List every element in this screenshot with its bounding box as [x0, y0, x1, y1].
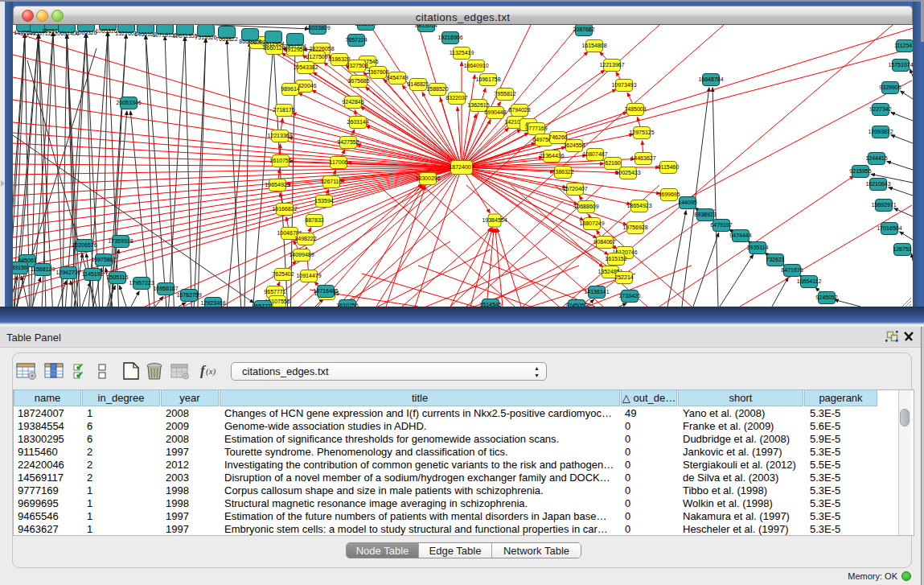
svg-text:12975125: 12975125: [629, 130, 654, 135]
svg-text:16782759: 16782759: [176, 292, 201, 298]
svg-text:10543382: 10543382: [293, 64, 318, 70]
svg-text:2935114: 2935114: [747, 245, 769, 250]
svg-text:3624554: 3624554: [563, 142, 585, 148]
svg-text:252214: 252214: [614, 274, 633, 280]
svg-text:17359938: 17359938: [108, 238, 133, 244]
svg-text:9084067: 9084067: [593, 239, 615, 245]
svg-text:15692971: 15692971: [871, 202, 896, 208]
svg-text:7663822: 7663822: [216, 36, 237, 42]
svg-text:16648784: 16648784: [698, 76, 723, 82]
svg-text:9115460: 9115460: [658, 164, 680, 170]
svg-text:18654923: 18654923: [626, 203, 651, 208]
svg-text:1112541: 1112541: [894, 43, 913, 48]
svg-text:19384554: 19384554: [482, 217, 507, 223]
svg-text:10671355: 10671355: [172, 33, 197, 39]
svg-text:7857224: 7857224: [284, 43, 306, 49]
svg-text:18300295: 18300295: [415, 175, 440, 181]
svg-text:7955812: 7955812: [494, 91, 515, 97]
svg-text:20053346: 20053346: [116, 100, 141, 105]
svg-text:1610755: 1610755: [269, 158, 291, 163]
svg-text:14136141: 14136141: [584, 289, 609, 295]
svg-text:9427552: 9427552: [337, 139, 359, 145]
svg-text:62160: 62160: [605, 160, 621, 166]
svg-text:19218906: 19218906: [437, 35, 462, 40]
svg-text:12942737: 12942737: [55, 270, 80, 275]
svg-text:9699695: 9699695: [658, 192, 680, 197]
svg-text:144095: 144095: [678, 200, 696, 205]
svg-text:8813014: 8813014: [355, 25, 376, 27]
svg-text:1065326: 1065326: [75, 30, 97, 35]
svg-text:11568129: 11568129: [31, 266, 55, 272]
svg-text:12093872: 12093872: [868, 129, 893, 134]
svg-text:10958187: 10958187: [153, 286, 178, 291]
svg-text:3498222: 3498222: [294, 236, 316, 241]
svg-text:9245052: 9245052: [815, 295, 837, 300]
svg-text:10025433: 10025433: [615, 170, 640, 175]
svg-text:2087682: 2087682: [573, 27, 594, 32]
svg-text:989614: 989614: [281, 86, 299, 92]
svg-text:8454749: 8454749: [386, 75, 408, 80]
svg-text:✔: ✔: [76, 369, 84, 381]
svg-text:15751074: 15751074: [888, 62, 913, 68]
svg-text:10973493: 10973493: [611, 82, 636, 88]
svg-text:17957223: 17957223: [129, 280, 154, 286]
svg-text:39159: 39159: [13, 265, 27, 270]
svg-text:8660124: 8660124: [239, 39, 261, 44]
svg-text:10914479: 10914479: [296, 273, 321, 278]
svg-text:10807487: 10807487: [582, 151, 607, 157]
svg-text:6479197: 6479197: [710, 222, 732, 228]
svg-text:19166822: 19166822: [272, 206, 297, 212]
svg-text:7386322: 7386322: [552, 169, 573, 175]
svg-text:126753: 126753: [893, 246, 911, 252]
svg-text:12213369: 12213369: [267, 133, 292, 138]
svg-text:1733426: 1733426: [618, 293, 640, 299]
svg-text:15720407: 15720407: [562, 186, 587, 192]
svg-text:1244415: 1244415: [865, 155, 887, 161]
svg-text:(x): (x): [206, 366, 216, 377]
svg-text:8471676: 8471676: [781, 267, 803, 273]
svg-text:7625402: 7625402: [272, 271, 294, 277]
svg-text:17016504: 17016504: [877, 225, 901, 231]
svg-text:18640910: 18640910: [463, 63, 488, 68]
svg-text:8322037: 8322037: [446, 95, 467, 101]
svg-text:9215955: 9215955: [849, 168, 871, 174]
svg-text:16210643: 16210643: [865, 181, 890, 187]
svg-text:16154808: 16154808: [581, 43, 606, 48]
svg-text:9327508: 9327508: [346, 63, 368, 68]
svg-text:13716485: 13716485: [313, 288, 338, 294]
svg-text:6794028: 6794028: [508, 107, 530, 113]
svg-text:3267110: 3267110: [321, 179, 343, 184]
svg-text:1588520: 1588520: [426, 86, 448, 92]
svg-text:21364436: 21364436: [539, 153, 564, 159]
svg-text:9227342: 9227342: [869, 106, 891, 112]
svg-text:10654112: 10654112: [797, 278, 822, 284]
svg-text:1145191: 1145191: [82, 271, 104, 277]
svg-text:2505115: 2505115: [107, 274, 129, 280]
svg-text:8186328: 8186328: [328, 56, 350, 62]
svg-text:14463627: 14463627: [630, 155, 655, 161]
svg-text:3675685: 3675685: [347, 78, 369, 84]
svg-text:16961758: 16961758: [475, 76, 500, 82]
svg-text:18724007: 18724007: [449, 164, 474, 170]
svg-text:9329906: 9329906: [879, 84, 901, 90]
svg-text:2603144: 2603144: [347, 119, 368, 125]
svg-text:10975887: 10975887: [91, 257, 116, 262]
svg-text:1615152: 1615152: [605, 256, 626, 262]
svg-text:7485003: 7485003: [624, 106, 646, 112]
svg-text:8938923: 8938923: [694, 212, 716, 217]
svg-text:16033809: 16033809: [305, 25, 330, 31]
svg-text:887833: 887833: [305, 217, 323, 223]
svg-text:14099489: 14099489: [289, 252, 314, 257]
svg-text:746266: 746266: [548, 134, 567, 140]
svg-text:7515526: 7515526: [195, 35, 216, 40]
svg-text:9657771: 9657771: [264, 289, 285, 295]
svg-text:732621: 732621: [766, 257, 784, 262]
svg-text:18807249: 18807249: [579, 220, 604, 226]
svg-text:19756928: 19756928: [622, 225, 647, 230]
svg-text:9474444: 9474444: [729, 233, 751, 238]
svg-text:117006: 117006: [330, 159, 348, 165]
svg-text:6990448: 6990448: [484, 109, 506, 115]
svg-text:10688609: 10688609: [573, 204, 598, 209]
svg-text:8813014: 8813014: [415, 25, 437, 28]
svg-text:12213967: 12213967: [599, 62, 624, 68]
